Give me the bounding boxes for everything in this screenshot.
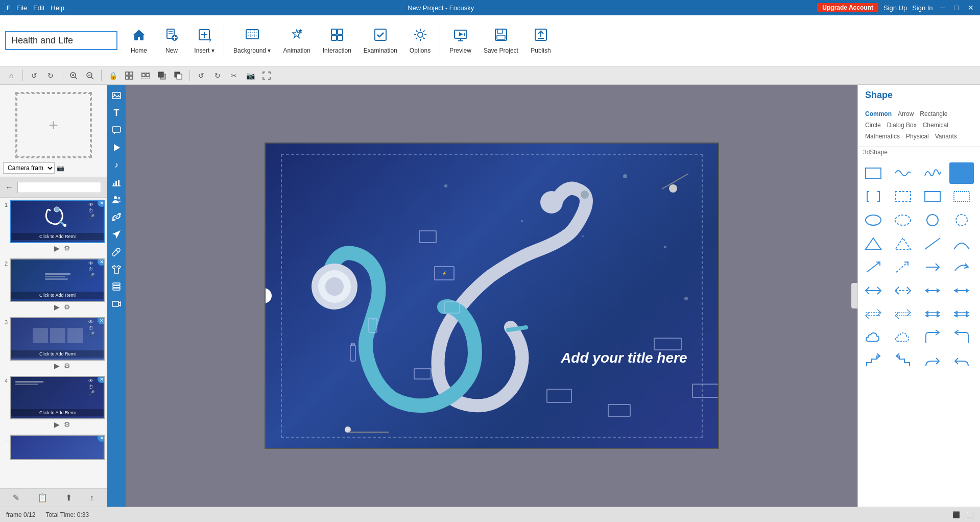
- tb2-home[interactable]: ⌂: [4, 68, 18, 83]
- shape-circle-dashed[interactable]: [949, 209, 974, 231]
- slide-close-btn[interactable]: ✕: [98, 200, 105, 207]
- tb2-redo2[interactable]: ↻: [210, 68, 225, 83]
- canvas-element[interactable]: [654, 338, 682, 350]
- shape-rect-dashed-2[interactable]: [949, 186, 974, 207]
- cat-variants[interactable]: Variants: [933, 132, 959, 141]
- sidebar-link-btn[interactable]: [109, 209, 124, 225]
- sidebar-chart-btn[interactable]: [109, 175, 124, 190]
- shape-triangle[interactable]: [861, 233, 886, 254]
- canvas-element[interactable]: [692, 384, 719, 398]
- shape-line-diag[interactable]: [920, 233, 945, 254]
- menu-help[interactable]: Help: [51, 4, 64, 12]
- tb2-back[interactable]: [171, 68, 185, 83]
- canvas-title[interactable]: Add your title here: [561, 350, 687, 366]
- shape-bracket-l[interactable]: [861, 186, 886, 207]
- cat-circle[interactable]: Circle: [863, 121, 883, 130]
- tb2-redo[interactable]: ↻: [43, 68, 58, 83]
- close-button[interactable]: ✕: [966, 4, 976, 12]
- slide-close-btn[interactable]: ✕: [98, 258, 105, 266]
- shape-steps-2[interactable]: [891, 350, 915, 372]
- slide-search-input[interactable]: [17, 182, 101, 193]
- slide-settings-btn[interactable]: ⚙: [64, 362, 70, 370]
- sidebar-comment-btn[interactable]: [109, 123, 124, 138]
- shape-arc[interactable]: [949, 233, 974, 254]
- shape-triangle-outline[interactable]: [891, 233, 915, 254]
- shape-dbl-arrow-4[interactable]: [949, 303, 974, 325]
- cat-math[interactable]: Mathematics: [863, 132, 902, 141]
- sidebar-people-btn[interactable]: [109, 192, 124, 207]
- slide-thumbnail[interactable]: ✕: [10, 435, 105, 460]
- sidebar-shirt-btn[interactable]: [109, 262, 124, 277]
- shape-arrow-dashed[interactable]: [891, 256, 915, 278]
- sidebar-plane-btn[interactable]: [109, 227, 124, 242]
- shape-corner-l[interactable]: [949, 327, 974, 348]
- slide-settings-btn[interactable]: ⚙: [64, 244, 70, 252]
- slide-nav-prev[interactable]: ←: [3, 182, 15, 193]
- panel-copy-btn[interactable]: 📋: [37, 493, 47, 503]
- tb2-grid[interactable]: [122, 68, 136, 83]
- cat-chemical[interactable]: Chemical: [921, 121, 950, 130]
- cat-physical[interactable]: Physical: [904, 132, 931, 141]
- camera-snap-btn[interactable]: 📷: [57, 164, 64, 172]
- toolbar-interaction[interactable]: Interaction: [318, 24, 356, 57]
- handle-point[interactable]: [669, 184, 677, 193]
- tb2-scissors[interactable]: ✂: [227, 68, 241, 83]
- canvas-element[interactable]: [347, 343, 358, 363]
- shape-arrow-curve[interactable]: [949, 256, 974, 278]
- shape-arrow-bl[interactable]: [861, 256, 886, 278]
- toolbar-publish[interactable]: Publish: [525, 24, 556, 57]
- menu-file[interactable]: File: [16, 4, 27, 12]
- toolbar-options[interactable]: Options: [404, 24, 436, 57]
- tb2-screenshot[interactable]: 📷: [243, 68, 257, 83]
- shape-arrow-solid-lr[interactable]: [920, 280, 945, 301]
- slide-close-btn[interactable]: ✕: [98, 435, 105, 442]
- sidebar-layers-btn[interactable]: [109, 279, 124, 294]
- sidebar-play-btn[interactable]: [109, 140, 124, 155]
- shape-cloud-outline[interactable]: [891, 327, 915, 348]
- cat-common[interactable]: Common: [863, 109, 894, 118]
- panel-move-btn[interactable]: ↑: [90, 493, 94, 503]
- canvas-nav-right[interactable]: ›: [851, 283, 857, 309]
- shape-rect-outline[interactable]: [861, 162, 886, 184]
- canvas-area[interactable]: ⚡ Add your title here 1: [126, 85, 857, 507]
- shape-dbl-arrow-1[interactable]: [861, 303, 886, 325]
- statusbar-btn-1[interactable]: ⬛: [952, 511, 960, 518]
- statusbar-btn-2[interactable]: ⬜: [966, 511, 974, 518]
- toolbar-insert[interactable]: Insert ▾: [189, 24, 220, 57]
- tb2-zoom-out[interactable]: [83, 68, 97, 83]
- slide-play-btn[interactable]: ▶: [54, 303, 60, 311]
- shape-arrow-dashed-lr[interactable]: [891, 280, 915, 301]
- slide-play-btn[interactable]: ▶: [54, 420, 60, 429]
- shape-dbl-arrow-3[interactable]: [920, 303, 945, 325]
- shape-arrow-up-r[interactable]: [920, 350, 945, 372]
- shape-cloud[interactable]: [861, 327, 886, 348]
- toolbar-preview[interactable]: Preview: [444, 24, 476, 57]
- slide-thumbnail[interactable]: ✕ 👁 ⏱ 🎤 Click to Add Remi: [10, 376, 105, 419]
- slide-play-btn[interactable]: ▶: [54, 244, 60, 252]
- canvas-element[interactable]: ⚡: [434, 266, 455, 280]
- toolbar-background[interactable]: Background ▾: [228, 24, 276, 57]
- signin-link[interactable]: Sign In: [912, 4, 933, 12]
- camera-preview[interactable]: +: [15, 92, 92, 158]
- slide-close-btn[interactable]: ✕: [98, 317, 105, 324]
- canvas-element[interactable]: [414, 368, 432, 379]
- toolbar-animation[interactable]: Animation: [278, 24, 315, 57]
- shape-oval-dashed[interactable]: [891, 209, 915, 231]
- minimize-button[interactable]: ─: [938, 4, 947, 12]
- sidebar-text-btn[interactable]: T: [109, 105, 124, 121]
- slide-settings-btn[interactable]: ⚙: [64, 303, 70, 311]
- tb2-undo2[interactable]: ↺: [194, 68, 208, 83]
- slide-thumbnail[interactable]: ✕ 👁 ⏱ 🎤 Cli: [10, 258, 105, 302]
- shape-arrow-end-lr[interactable]: [949, 280, 974, 301]
- shape-rect-plain[interactable]: [920, 186, 945, 207]
- shape-oval[interactable]: [861, 209, 886, 231]
- menu-edit[interactable]: Edit: [33, 4, 44, 12]
- frame-type-select[interactable]: Camera fram: [3, 162, 55, 174]
- tb2-group[interactable]: [138, 68, 153, 83]
- shape-dbl-arrow-2[interactable]: [891, 303, 915, 325]
- tb2-lock[interactable]: 🔒: [106, 68, 120, 83]
- slide-nav-next[interactable]: →: [103, 182, 107, 193]
- toolbar-save[interactable]: Save Project: [479, 24, 523, 57]
- slide-settings-btn[interactable]: ⚙: [64, 420, 70, 429]
- project-title-input[interactable]: [5, 31, 117, 50]
